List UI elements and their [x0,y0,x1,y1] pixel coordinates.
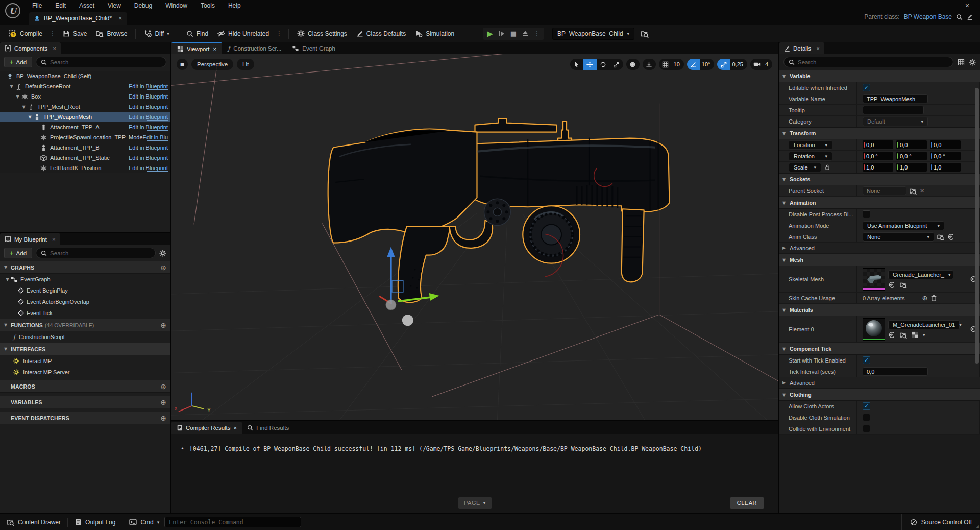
viewport-3d[interactable]: Y x ≡ Perspective Lit [172,54,778,420]
allow-cloth-actors-checkbox[interactable]: ✓ [863,402,870,410]
anim-class-dropdown[interactable]: None▾ [863,232,934,242]
animation-section-header[interactable]: ▼Animation [779,197,980,209]
tick-advanced-row[interactable]: ▶Advanced [779,377,980,389]
event-dispatchers-section-header[interactable]: EVENT DISPATCHERS ⊕ [0,412,170,424]
animation-advanced-row[interactable]: ▶Advanced [779,243,980,254]
transform-section-header[interactable]: ▼Transform [779,127,980,139]
content-drawer-button[interactable]: Content Drawer [0,514,67,530]
close-tab-icon[interactable]: × [118,15,122,22]
interfaces-section-header[interactable]: ▼INTERFACES [0,343,170,355]
close-icon[interactable]: × [52,236,56,243]
rotate-tool-button[interactable] [597,59,610,70]
tree-row-tpp-weaponmesh[interactable]: ▼ TPP_WeaponMesh Edit in Blueprint [0,112,170,122]
save-button[interactable]: Save [59,28,91,40]
scale-snap-value[interactable]: 0,25 [730,61,747,67]
edit-parent-icon[interactable] [967,14,973,20]
edit-in-blueprint-link[interactable]: Edit in Blueprint [129,165,168,172]
grid-snap-button[interactable] [659,59,672,70]
location-x-field[interactable]: 0,0 [863,140,893,149]
graphs-section-header[interactable]: ▼GRAPHS ⊕ [0,261,170,274]
functions-section-header[interactable]: ▼FUNCTIONS (44 OVERRIDABLE) ⊕ [0,319,170,331]
event-graph-tab[interactable]: Event Graph [287,42,341,54]
select-tool-button[interactable] [570,59,583,70]
scale-y-field[interactable]: 1,0 [896,163,927,172]
asset-tab[interactable]: BP_WeaponBase_Child* × [29,12,127,25]
output-log-button[interactable]: Output Log [68,514,122,530]
add-dispatcher-icon[interactable]: ⊕ [160,414,166,422]
settings-gear-icon[interactable] [969,59,976,66]
use-selected-icon[interactable] [947,233,954,240]
find-button[interactable]: Find [182,28,212,40]
tree-row-tpp-mesh-root[interactable]: ▼ TPP_Mesh_Root Edit in Blueprint [0,102,170,112]
disable-post-process-checkbox[interactable] [863,210,870,218]
components-tab[interactable]: Components × [0,42,61,54]
variable-name-field[interactable]: TPP_WeaponMesh [863,94,928,103]
tree-row-attachment-tpp-static[interactable]: Attachment_TPP_Static Edit in Blueprint [0,153,170,163]
find-results-tab[interactable]: Find Results [242,422,294,434]
construction-script-tab[interactable]: ƒ Construction Scr... [222,42,287,54]
materials-section-header[interactable]: ▼Materials [779,304,980,316]
rotation-x-field[interactable]: 0,0 ° [863,152,893,160]
clothing-section-header[interactable]: ▼Clothing [779,389,980,401]
rotation-snap-button[interactable] [687,59,700,70]
grid-snap-value[interactable]: 10 [672,61,684,67]
location-dropdown[interactable]: Location▾ [789,140,832,150]
scale-x-field[interactable]: 1,0 [863,163,893,172]
tree-row-defaultsceneroot[interactable]: ▼ DefaultSceneRoot Edit in Blueprint [0,81,170,91]
add-array-element-icon[interactable]: ⊕ [922,294,928,302]
edit-in-blueprint-link[interactable]: Edit in Blueprint [129,104,168,110]
stop-button[interactable]: ■ [510,30,517,37]
compile-options-kebab[interactable]: ⋮ [47,28,58,39]
move-tool-button[interactable] [583,59,597,70]
add-graph-icon[interactable]: ⊕ [160,263,166,272]
tree-row-attachment-tpp-a[interactable]: Attachment_TPP_A Edit in Blueprint [0,122,170,132]
tree-row-lefthandik[interactable]: LeftHandIK_Position Edit in Blueprint [0,163,170,173]
eject-button[interactable] [522,30,529,37]
edit-in-blueprint-link[interactable]: Edit in Blueprint [129,114,168,121]
camera-speed-value[interactable]: 4 [764,61,772,67]
console-command-input[interactable] [164,517,301,527]
my-blueprint-search[interactable] [36,248,156,258]
eventgraph-row[interactable]: ▼ EventGraph [0,274,170,285]
camera-speed-button[interactable] [750,59,764,70]
source-control-button[interactable]: Source Control Off ◢ [901,514,980,530]
browse-mesh-icon[interactable] [900,281,907,288]
page-dropdown[interactable]: PAGE▾ [458,497,492,509]
resize-grip[interactable]: ◢ [976,524,979,529]
tooltip-field[interactable] [863,106,924,114]
tick-interval-field[interactable]: 0,0 [863,367,928,376]
scale-tool-button[interactable] [610,59,623,70]
animation-mode-dropdown[interactable]: Use Animation Blueprint▾ [863,221,944,230]
edit-in-blueprint-link[interactable]: Edit in Blueprint [129,124,168,131]
play-options-kebab[interactable]: ⋮ [534,30,540,37]
add-blueprint-item-button[interactable]: +Add [4,248,32,258]
menu-view[interactable]: View [102,1,127,11]
browse-anim-icon[interactable] [937,233,944,240]
scale-snap-button[interactable] [717,59,730,70]
class-settings-button[interactable]: Class Settings [293,27,351,40]
clear-array-icon[interactable] [930,295,937,301]
browse-material-icon[interactable] [900,331,907,339]
display-filter-icon[interactable] [958,59,965,66]
skeletal-mesh-dropdown[interactable]: Grenade_Launcher_▾ [888,270,953,279]
clear-button[interactable]: CLEAR [730,497,764,509]
close-icon[interactable]: × [213,46,217,52]
use-selected-icon[interactable] [888,281,895,288]
interact-mp-server-row[interactable]: Interact MP Server [0,367,170,378]
sockets-section-header[interactable]: ▼Sockets [779,173,980,185]
variables-section-header[interactable]: VARIABLES ⊕ [0,396,170,408]
view-mode-dropdown[interactable]: Lit [237,59,254,70]
menu-edit[interactable]: Edit [50,1,71,11]
my-blueprint-search-input[interactable] [50,250,151,256]
details-search[interactable] [783,57,953,67]
scale-dropdown[interactable]: Scale▾ [789,163,821,172]
edit-in-blueprint-link[interactable]: Edit in Blueprint [129,83,168,90]
details-search-input[interactable] [798,59,948,65]
restore-button[interactable] [943,2,950,9]
simulation-button[interactable]: Simulation [411,27,458,40]
edit-in-blueprint-link[interactable]: Edit in Blueprint [143,134,168,141]
edit-in-blueprint-link[interactable]: Edit in Blueprint [129,93,168,100]
scale-z-field[interactable]: 1,0 [930,163,961,172]
menu-debug[interactable]: Debug [129,1,158,11]
close-window-button[interactable]: × [964,2,971,9]
